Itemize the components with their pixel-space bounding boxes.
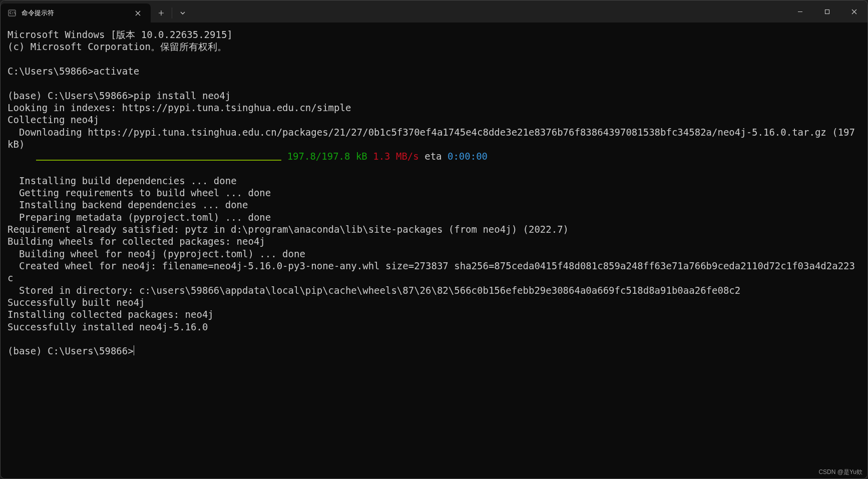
- tab-cmd[interactable]: C:\ 命令提示符: [1, 4, 151, 23]
- close-window-button[interactable]: [840, 1, 867, 23]
- output-line: Preparing metadata (pyproject.toml) ... …: [8, 212, 271, 223]
- new-tab-button[interactable]: [151, 4, 172, 23]
- tab-dropdown-button[interactable]: [172, 4, 193, 23]
- watermark: CSDN @是Yu欸: [818, 468, 862, 476]
- output-line: Building wheels for collected packages: …: [8, 236, 265, 247]
- progress-eta: 0:00:00: [448, 151, 488, 162]
- svg-text:C:\: C:\: [10, 11, 16, 15]
- progress-eta-label: eta: [419, 151, 448, 162]
- output-line: Created wheel for neo4j: filename=neo4j-…: [8, 260, 855, 283]
- output-line: Installing collected packages: neo4j: [8, 309, 214, 320]
- output-line: Microsoft Windows [版本 10.0.22635.2915]: [8, 29, 233, 40]
- output-line: Looking in indexes: https://pypi.tuna.ts…: [8, 102, 351, 113]
- output-line: Building wheel for neo4j (pyproject.toml…: [8, 248, 305, 259]
- cmd-text: activate: [94, 66, 140, 77]
- output-line: Getting requirements to build wheel ... …: [8, 187, 271, 198]
- prompt: (base) C:\Users\59866>: [8, 345, 134, 356]
- progress-size: 197.8/197.8 kB: [281, 151, 367, 162]
- output-line: Successfully built neo4j: [8, 297, 145, 308]
- terminal-icon: C:\: [8, 9, 17, 18]
- terminal-pane[interactable]: Microsoft Windows [版本 10.0.22635.2915] (…: [1, 23, 867, 478]
- output-line: (c) Microsoft Corporation。保留所有权利。: [8, 41, 227, 52]
- output-line: Requirement already satisfied: pytz in d…: [8, 224, 569, 235]
- output-line: Downloading https://pypi.tuna.tsinghua.e…: [8, 127, 860, 150]
- output-line: Stored in directory: c:\users\59866\appd…: [8, 285, 740, 296]
- progress-speed: 1.3 MB/s: [367, 151, 419, 162]
- minimize-button[interactable]: [786, 1, 813, 23]
- tab-close-button[interactable]: [131, 6, 145, 20]
- output-line: Collecting neo4j: [8, 114, 99, 125]
- titlebar: C:\ 命令提示符: [1, 1, 867, 23]
- progress-bar: [36, 160, 281, 161]
- output-line: Installing backend dependencies ... done: [8, 199, 248, 210]
- cmd-text: pip install neo4j: [134, 90, 231, 101]
- tab-title: 命令提示符: [22, 9, 126, 18]
- titlebar-drag-area[interactable]: [193, 1, 786, 23]
- prompt: C:\Users\59866>: [8, 66, 94, 77]
- prompt: (base) C:\Users\59866>: [8, 90, 134, 101]
- output-line: Installing build dependencies ... done: [8, 175, 237, 186]
- maximize-button[interactable]: [813, 1, 840, 23]
- progress-indent: [8, 151, 36, 162]
- progress-line: 197.8/197.8 kB 1.3 MB/s eta 0:00:00: [8, 150, 860, 162]
- cursor: [134, 345, 134, 355]
- output-line: Successfully installed neo4j-5.16.0: [8, 321, 208, 332]
- svg-rect-2: [825, 10, 829, 14]
